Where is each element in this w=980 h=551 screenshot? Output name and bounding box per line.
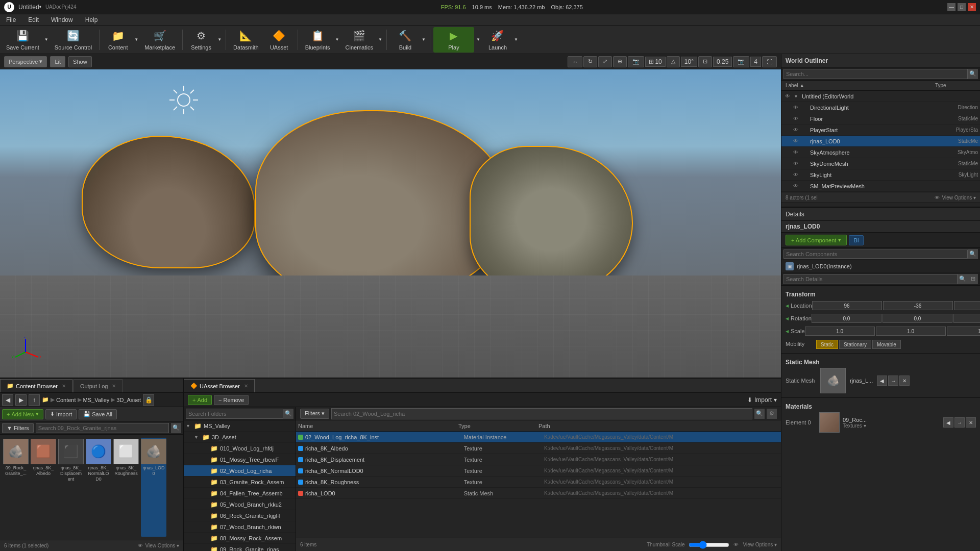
tab-output-log[interactable]: Output Log ✕ <box>74 379 122 392</box>
cb-search-button[interactable]: 🔍 <box>171 423 181 433</box>
ub-import-dropdown[interactable]: ▾ <box>774 396 777 404</box>
rotate-button[interactable]: ↻ <box>583 56 597 67</box>
details-grid-button[interactable]: ⊞ <box>968 274 978 284</box>
folder-item-4[interactable]: 📁 02_Wood_Log_richa <box>184 465 296 477</box>
ub-view-options[interactable]: View Options ▾ <box>743 542 777 547</box>
outliner-row-0[interactable]: 👁 ▼ Untitled (EditorWorld <box>781 91 980 102</box>
search-details-input[interactable] <box>783 274 958 284</box>
grid-size[interactable]: ⊞ 10 <box>645 57 665 67</box>
folder-item-1[interactable]: ▼ 📁 3D_Asset <box>184 432 296 443</box>
surface-snapping-button[interactable]: 📷 <box>628 56 644 67</box>
rotation-x-input[interactable] <box>812 314 881 323</box>
menu-edit[interactable]: Edit <box>22 14 45 25</box>
outliner-row-7[interactable]: 👁 SkyLight SkyLight <box>781 169 980 181</box>
file-row-5[interactable]: richa_LOD0 Static Mesh K:/dev/ue/VaultCa… <box>296 488 781 499</box>
static-mobility-button[interactable]: Static <box>816 340 838 349</box>
outliner-row-4[interactable]: 👁 rjnas_LOD0 StaticMe <box>781 136 980 147</box>
import-button[interactable]: ⬇ Import <box>45 409 77 419</box>
folder-item-10[interactable]: 📁 08_Mossy_Rock_Assem <box>184 533 296 544</box>
content-browser-tab-close[interactable]: ✕ <box>62 383 66 389</box>
thumbnail-scale-slider[interactable] <box>689 541 729 549</box>
mesh-clear-button[interactable]: ✕ <box>899 375 910 386</box>
cb-item-3[interactable]: 🔵 rjnas_8K_NormalLOD0 <box>86 438 111 537</box>
settings-button[interactable]: ⚙ Settings <box>186 27 216 53</box>
location-z-input[interactable] <box>954 301 980 310</box>
minimize-button[interactable]: — <box>947 3 955 11</box>
angle-value[interactable]: 10° <box>681 57 697 67</box>
folder-item-7[interactable]: 📁 05_Wood_Branch_rkku2 <box>184 499 296 510</box>
blueprints-button[interactable]: 📋 Blueprints <box>301 27 334 53</box>
movable-mobility-button[interactable]: Movable <box>872 340 901 349</box>
view-options[interactable]: View Options ▾ <box>145 543 179 548</box>
mesh-browse-button[interactable]: ◀ <box>877 375 887 386</box>
build-button[interactable]: 🔨 Build <box>390 27 421 53</box>
folder-search-button[interactable]: 🔍 <box>283 409 293 419</box>
folder-item-6[interactable]: 📁 04_Fallen_Tree_Assemb <box>184 488 296 499</box>
col-name[interactable]: Name <box>298 423 458 429</box>
cb-item-2[interactable]: ⬛ rjnas_8K_Displacement <box>58 438 84 537</box>
ub-remove-button[interactable]: − Remove <box>214 395 249 405</box>
uasset-browser-tab-close[interactable]: ✕ <box>244 383 248 389</box>
folder-item-9[interactable]: 📁 07_Wood_Branch_rkiwn <box>184 521 296 533</box>
cb-item-1[interactable]: 🟫 rjnas_8K_Albedo <box>31 438 56 537</box>
menu-help[interactable]: Help <box>79 14 104 25</box>
content-dropdown[interactable]: ▼ <box>133 27 139 53</box>
launch-dropdown[interactable]: ▼ <box>513 27 519 53</box>
scale-x-input[interactable] <box>805 327 875 336</box>
outliner-row-3[interactable]: 👁 PlayerStart PlayerSta <box>781 124 980 136</box>
scale-snapping-button[interactable]: ⊡ <box>698 56 712 67</box>
outliner-view-options[interactable]: View Options ▾ <box>942 195 976 201</box>
col-path[interactable]: Path <box>538 423 779 429</box>
mat-arrow-button[interactable]: → <box>954 417 965 428</box>
breadcrumb-ms-valley[interactable]: MS_Valley <box>83 397 110 403</box>
search-details-button[interactable]: 🔍 <box>958 274 968 284</box>
mat-browse-button[interactable]: ◀ <box>943 417 953 428</box>
component-search-button[interactable]: 🔍 <box>968 249 978 259</box>
scale-button[interactable]: ⤢ <box>598 56 612 67</box>
lit-button[interactable]: Lit <box>50 56 65 67</box>
back-button[interactable]: ◀ <box>2 394 13 406</box>
forward-button[interactable]: ▶ <box>15 394 27 406</box>
output-log-tab-close[interactable]: ✕ <box>112 383 116 389</box>
add-component-button[interactable]: + Add Component ▾ <box>786 235 847 245</box>
menu-window[interactable]: Window <box>45 14 79 25</box>
folder-item-2[interactable]: 📁 010_Wood_Log_rhfdj <box>184 443 296 454</box>
maximize-button[interactable]: ⛶ <box>762 56 777 67</box>
menu-file[interactable]: File <box>0 14 22 25</box>
breadcrumb-3d-asset[interactable]: 3D_Asset <box>116 397 141 403</box>
content-button[interactable]: 📁 Content <box>103 27 133 53</box>
cinematics-button[interactable]: 🎬 Cinematics <box>341 27 377 53</box>
cb-item-4[interactable]: ⬜ rjnas_8K_Roughness <box>113 438 139 537</box>
tab-content-browser[interactable]: 📁 Content Browser ✕ <box>0 379 72 392</box>
stationary-mobility-button[interactable]: Stationary <box>839 340 871 349</box>
camera-button[interactable]: 📷 <box>733 56 749 67</box>
breadcrumb-home[interactable]: 📁 <box>42 396 49 403</box>
content-browser-search[interactable] <box>36 423 169 433</box>
angle-snapping-button[interactable]: △ <box>667 56 680 67</box>
save-dropdown[interactable]: ▼ <box>43 27 50 53</box>
uasset-button[interactable]: 🔶 UAsset <box>264 27 295 53</box>
world-local-button[interactable]: ⊕ <box>613 56 627 67</box>
ub-import-label[interactable]: Import <box>754 396 772 404</box>
mesh-arrow-button[interactable]: → <box>888 375 898 386</box>
outliner-row-1[interactable]: 👁 DirectionalLight Direction <box>781 102 980 113</box>
source-control-button[interactable]: 🔄 Source Control <box>51 27 96 53</box>
cinematics-dropdown[interactable]: ▼ <box>377 27 383 53</box>
save-current-button[interactable]: 💾 Save Current <box>2 27 43 53</box>
component-search-input[interactable] <box>783 249 968 259</box>
marketplace-button[interactable]: 🛒 Marketplace <box>140 27 179 53</box>
folder-item-11[interactable]: 📁 09_Rock_Granite_rjnas <box>184 544 296 551</box>
file-row-2[interactable]: richa_8K_Displacement Texture K:/dev/ue/… <box>296 454 781 465</box>
scale-y-input[interactable] <box>876 327 946 336</box>
folder-item-0[interactable]: ▼ 📁 MS_Valley <box>184 420 296 432</box>
file-row-1[interactable]: richa_8K_Albedo Texture K:/dev/ue/VaultC… <box>296 443 781 454</box>
play-button[interactable]: ▶ Play <box>433 27 474 53</box>
restore-button[interactable]: □ <box>958 3 966 11</box>
outliner-search-button[interactable]: 🔍 <box>968 69 978 79</box>
outliner-row-2[interactable]: 👁 Floor StaticMe <box>781 113 980 124</box>
outliner-row-6[interactable]: 👁 SkyDomeMesh StaticMe <box>781 158 980 169</box>
ub-settings-button[interactable]: ⚙ <box>767 409 777 419</box>
file-row-0[interactable]: 02_Wood_Log_richa_8K_inst Material Insta… <box>296 432 781 443</box>
build-dropdown[interactable]: ▼ <box>421 27 427 53</box>
file-row-3[interactable]: richa_8K_NormalLOD0 Texture K:/dev/ue/Va… <box>296 465 781 477</box>
